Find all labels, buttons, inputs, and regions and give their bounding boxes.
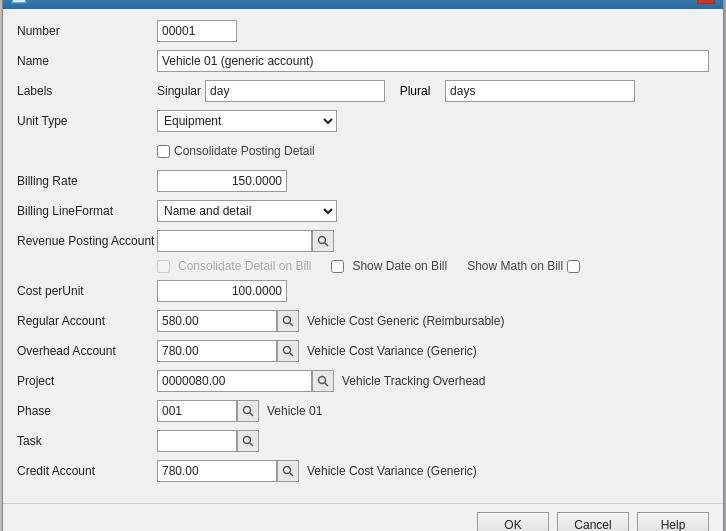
consolidate-posting-row: Consolidate Posting Detail — [17, 139, 709, 163]
close-button[interactable]: X — [697, 0, 715, 4]
plural-label: Plural — [385, 84, 445, 98]
svg-point-12 — [244, 437, 251, 444]
revenue-posting-row: Revenue Posting Account — [17, 229, 709, 253]
billing-rate-row: Billing Rate — [17, 169, 709, 193]
number-input[interactable] — [157, 20, 237, 42]
name-input[interactable] — [157, 50, 709, 72]
show-date-option: Show Date on Bill — [331, 259, 447, 273]
revenue-posting-label: Revenue Posting Account — [17, 234, 157, 248]
svg-point-8 — [319, 377, 326, 384]
unit-type-row: Unit Type Equipment Service Material — [17, 109, 709, 133]
revenue-posting-search-button[interactable] — [312, 230, 334, 252]
phase-search-button[interactable] — [237, 400, 259, 422]
units-dialog: Units X Number Name Labels Singular Plur… — [2, 0, 724, 531]
billing-format-select[interactable]: Name and detail Name only Detail only — [157, 200, 337, 222]
number-row: Number — [17, 19, 709, 43]
credit-account-search-button[interactable] — [277, 460, 299, 482]
regular-account-label: Regular Account — [17, 314, 157, 328]
task-input[interactable] — [157, 430, 237, 452]
svg-line-7 — [290, 353, 293, 356]
regular-account-desc: Vehicle Cost Generic (Reimbursable) — [307, 314, 504, 328]
singular-label: Singular — [157, 84, 201, 98]
consolidate-detail-checkbox[interactable] — [157, 260, 170, 273]
billing-format-label: Billing LineFormat — [17, 204, 157, 218]
window-title: Units — [33, 0, 63, 3]
regular-account-row: Regular Account Vehicle Cost Generic (Re… — [17, 309, 709, 333]
consolidate-detail-label: Consolidate Detail on Bill — [178, 259, 311, 273]
phase-desc: Vehicle 01 — [267, 404, 322, 418]
overhead-account-input[interactable] — [157, 340, 277, 362]
labels-label: Labels — [17, 84, 157, 98]
regular-account-input[interactable] — [157, 310, 277, 332]
credit-account-input[interactable] — [157, 460, 277, 482]
form-content: Number Name Labels Singular Plural Unit … — [3, 9, 723, 499]
phase-label: Phase — [17, 404, 157, 418]
overhead-account-search-button[interactable] — [277, 340, 299, 362]
task-row: Task — [17, 429, 709, 453]
svg-line-3 — [325, 243, 328, 246]
bill-options-row: Consolidate Detail on Bill Show Date on … — [157, 259, 709, 273]
unit-type-label: Unit Type — [17, 114, 157, 128]
footer: OK Cancel Help — [3, 503, 723, 531]
search-icon — [282, 315, 294, 327]
labels-row: Labels Singular Plural — [17, 79, 709, 103]
plural-input[interactable] — [445, 80, 635, 102]
number-label: Number — [17, 24, 157, 38]
task-label: Task — [17, 434, 157, 448]
show-date-label: Show Date on Bill — [352, 259, 447, 273]
cost-per-unit-row: Cost perUnit — [17, 279, 709, 303]
billing-rate-label: Billing Rate — [17, 174, 157, 188]
svg-point-2 — [319, 237, 326, 244]
phase-input[interactable] — [157, 400, 237, 422]
credit-account-label: Credit Account — [17, 464, 157, 478]
consolidate-posting-checkbox[interactable] — [157, 145, 170, 158]
overhead-account-label: Overhead Account — [17, 344, 157, 358]
show-math-label: Show Math on Bill — [467, 259, 563, 273]
help-button[interactable]: Help — [637, 512, 709, 531]
title-bar-left: Units — [11, 0, 63, 4]
consolidate-detail-option: Consolidate Detail on Bill — [157, 259, 311, 273]
ok-button[interactable]: OK — [477, 512, 549, 531]
svg-rect-0 — [14, 0, 24, 1]
svg-line-9 — [325, 383, 328, 386]
cancel-button[interactable]: Cancel — [557, 512, 629, 531]
cost-per-unit-label: Cost perUnit — [17, 284, 157, 298]
name-row: Name — [17, 49, 709, 73]
svg-point-10 — [244, 407, 251, 414]
title-bar: Units X — [3, 0, 723, 9]
billing-format-row: Billing LineFormat Name and detail Name … — [17, 199, 709, 223]
search-icon — [282, 465, 294, 477]
unit-type-select[interactable]: Equipment Service Material — [157, 110, 337, 132]
search-icon — [317, 375, 329, 387]
svg-point-6 — [284, 347, 291, 354]
project-desc: Vehicle Tracking Overhead — [342, 374, 485, 388]
task-search-button[interactable] — [237, 430, 259, 452]
revenue-posting-input[interactable] — [157, 230, 312, 252]
svg-point-14 — [284, 467, 291, 474]
search-icon — [242, 435, 254, 447]
project-label: Project — [17, 374, 157, 388]
project-row: Project Vehicle Tracking Overhead — [17, 369, 709, 393]
svg-line-5 — [290, 323, 293, 326]
credit-account-row: Credit Account Vehicle Cost Variance (Ge… — [17, 459, 709, 483]
name-label: Name — [17, 54, 157, 68]
svg-line-13 — [250, 443, 253, 446]
cost-per-unit-input[interactable] — [157, 280, 287, 302]
show-math-checkbox[interactable] — [567, 260, 580, 273]
show-date-checkbox[interactable] — [331, 260, 344, 273]
project-input[interactable] — [157, 370, 312, 392]
billing-rate-input[interactable] — [157, 170, 287, 192]
svg-point-4 — [284, 317, 291, 324]
search-icon — [282, 345, 294, 357]
singular-input[interactable] — [205, 80, 385, 102]
phase-row: Phase Vehicle 01 — [17, 399, 709, 423]
regular-account-search-button[interactable] — [277, 310, 299, 332]
svg-line-15 — [290, 473, 293, 476]
credit-account-desc: Vehicle Cost Variance (Generic) — [307, 464, 477, 478]
window-icon — [11, 0, 27, 4]
show-math-option: Show Math on Bill — [467, 259, 584, 273]
overhead-account-row: Overhead Account Vehicle Cost Variance (… — [17, 339, 709, 363]
project-search-button[interactable] — [312, 370, 334, 392]
svg-line-11 — [250, 413, 253, 416]
consolidate-posting-label: Consolidate Posting Detail — [174, 144, 315, 158]
